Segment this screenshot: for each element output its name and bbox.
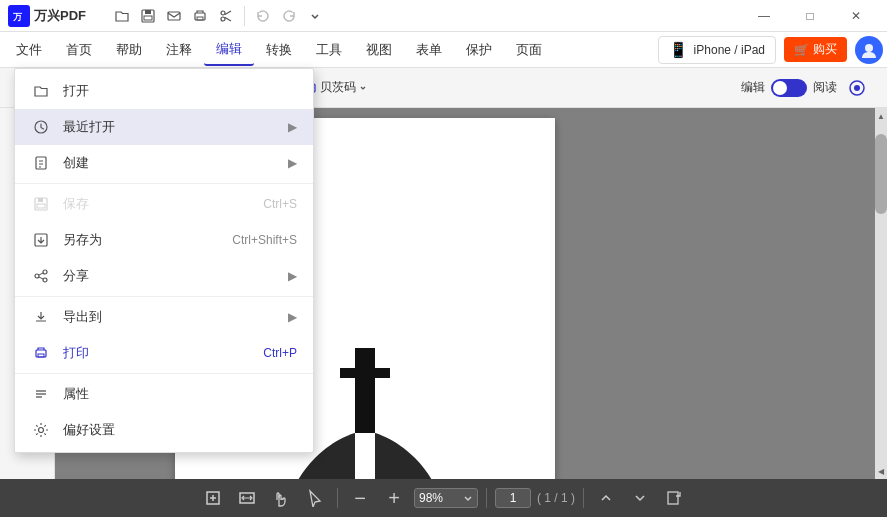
- menu-properties[interactable]: 属性: [15, 376, 313, 412]
- settings-icon: [31, 420, 51, 440]
- mode-toggle[interactable]: [771, 79, 807, 97]
- menu-forms[interactable]: 表单: [404, 35, 454, 65]
- svg-rect-27: [38, 198, 43, 202]
- export-icon: [31, 307, 51, 327]
- zoom-in-btn[interactable]: +: [380, 484, 408, 512]
- menu-settings[interactable]: 偏好设置: [15, 412, 313, 448]
- fit-page-btn[interactable]: [199, 484, 227, 512]
- menu-saveas[interactable]: 另存为 Ctrl+Shift+S: [15, 222, 313, 258]
- save-icon: [31, 194, 51, 214]
- fit-width-btn[interactable]: [233, 484, 261, 512]
- page-total: ( 1 / 1 ): [537, 491, 575, 505]
- save-label: 保存: [63, 195, 251, 213]
- user-avatar[interactable]: [855, 36, 883, 64]
- scroll-handle[interactable]: ◀: [875, 463, 887, 479]
- menu-convert[interactable]: 转换: [254, 35, 304, 65]
- btm-div1: [337, 488, 338, 508]
- rotate-btn[interactable]: [660, 484, 688, 512]
- menu-create[interactable]: 创建 ▶: [15, 145, 313, 181]
- menu-open[interactable]: 打开: [15, 73, 313, 109]
- ipad-icon: 📱: [669, 41, 688, 59]
- menu-annotate[interactable]: 注释: [154, 35, 204, 65]
- minimize-btn[interactable]: —: [741, 0, 787, 32]
- ipad-label: iPhone / iPad: [694, 43, 765, 57]
- email-btn[interactable]: [162, 4, 186, 28]
- title-bar: 万 万兴PDF: [0, 0, 887, 32]
- circle-btn[interactable]: [843, 74, 871, 102]
- create-icon: [31, 153, 51, 173]
- properties-label: 属性: [63, 385, 297, 403]
- sep1: [15, 183, 313, 184]
- zoom-value: 98%: [419, 491, 443, 505]
- menu-protect[interactable]: 保护: [454, 35, 504, 65]
- menu-edit[interactable]: 编辑: [204, 34, 254, 66]
- app-logo: 万 万兴PDF: [8, 5, 86, 27]
- properties-icon: [31, 384, 51, 404]
- recent-label: 最近打开: [63, 118, 276, 136]
- quick-access-toolbar: [110, 4, 327, 28]
- scroll-up[interactable]: ▲: [875, 108, 887, 124]
- menu-recent[interactable]: 最近打开 ▶: [15, 109, 313, 145]
- zoom-select[interactable]: 98%: [414, 488, 478, 508]
- menu-file[interactable]: 文件: [4, 35, 54, 65]
- shop-label: 购买: [813, 41, 837, 58]
- menu-view[interactable]: 视图: [354, 35, 404, 65]
- saveas-shortcut: Ctrl+Shift+S: [232, 233, 297, 247]
- undo-btn[interactable]: [251, 4, 275, 28]
- redo-btn[interactable]: [277, 4, 301, 28]
- menu-home[interactable]: 首页: [54, 35, 104, 65]
- read-label: 阅读: [813, 79, 837, 96]
- svg-rect-3: [145, 10, 151, 14]
- scissors-btn[interactable]: [214, 4, 238, 28]
- edit-label: 编辑: [741, 79, 765, 96]
- saveas-label: 另存为: [63, 231, 220, 249]
- page-up-btn[interactable]: [592, 484, 620, 512]
- menu-bar: 文件 首页 帮助 注释 编辑 转换 工具 视图 表单 保护 页面 📱 iPhon…: [0, 32, 887, 68]
- settings-label: 偏好设置: [63, 421, 297, 439]
- svg-text:万: 万: [12, 12, 23, 22]
- maximize-btn[interactable]: □: [787, 0, 833, 32]
- export-label: 导出到: [63, 308, 276, 326]
- create-arrow: ▶: [288, 156, 297, 170]
- edit-read-toggle: 编辑 阅读: [733, 74, 879, 102]
- create-label: 创建: [63, 154, 276, 172]
- menu-print[interactable]: 打印 Ctrl+P: [15, 335, 313, 371]
- svg-point-9: [221, 17, 225, 21]
- menu-share[interactable]: 分享 ▶: [15, 258, 313, 294]
- file-dropdown: 打开 最近打开 ▶ 创建 ▶ 保存: [14, 68, 314, 453]
- customize-btn[interactable]: [303, 4, 327, 28]
- ipad-btn[interactable]: 📱 iPhone / iPad: [658, 36, 776, 64]
- svg-rect-34: [38, 354, 44, 357]
- app-title: 万兴PDF: [34, 7, 86, 25]
- share-arrow: ▶: [288, 269, 297, 283]
- window-controls: — □ ✕: [741, 0, 879, 32]
- scroll-thumb[interactable]: [875, 134, 887, 214]
- export-arrow: ▶: [288, 310, 297, 324]
- share-label: 分享: [63, 267, 276, 285]
- menu-export[interactable]: 导出到 ▶: [15, 299, 313, 335]
- print-btn[interactable]: [188, 4, 212, 28]
- open-btn[interactable]: [110, 4, 134, 28]
- menu-tools[interactable]: 工具: [304, 35, 354, 65]
- svg-point-8: [221, 11, 225, 15]
- svg-point-32: [35, 274, 39, 278]
- toggle-knob: [773, 81, 787, 95]
- right-scrollbar[interactable]: ▲ ◀: [875, 108, 887, 479]
- svg-rect-4: [144, 16, 152, 20]
- menu-save[interactable]: 保存 Ctrl+S: [15, 186, 313, 222]
- zoom-out-btn[interactable]: −: [346, 484, 374, 512]
- close-btn[interactable]: ✕: [833, 0, 879, 32]
- svg-rect-23: [668, 492, 678, 504]
- save-btn[interactable]: [136, 4, 160, 28]
- page-down-btn[interactable]: [626, 484, 654, 512]
- menu-page[interactable]: 页面: [504, 35, 554, 65]
- hand-tool-btn[interactable]: [267, 484, 295, 512]
- svg-point-38: [39, 428, 44, 433]
- open-label: 打开: [63, 82, 297, 100]
- svg-rect-5: [168, 12, 180, 20]
- shop-btn[interactable]: 🛒 购买: [784, 37, 847, 62]
- page-input[interactable]: [495, 488, 531, 508]
- menu-help[interactable]: 帮助: [104, 35, 154, 65]
- select-btn[interactable]: [301, 484, 329, 512]
- sep3: [15, 373, 313, 374]
